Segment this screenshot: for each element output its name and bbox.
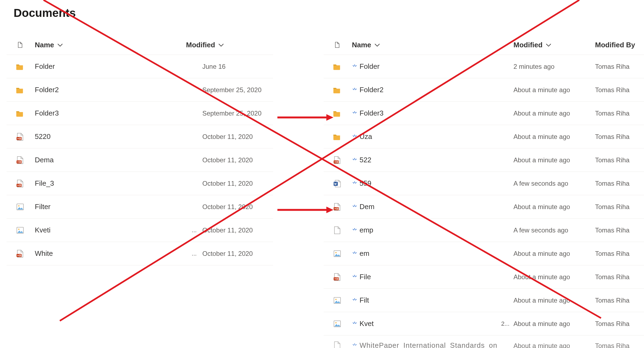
file-name: Filt bbox=[360, 296, 369, 304]
cell-name[interactable]: Filt bbox=[351, 296, 497, 304]
cell-modified: 2 minutes ago bbox=[513, 63, 595, 70]
pdf-icon bbox=[324, 273, 351, 281]
table-row[interactable]: Kvet2...About a minute agoTomas Riha bbox=[324, 312, 644, 335]
file-name: WhitePaper_International_Standards_on bbox=[360, 341, 497, 348]
cell-name[interactable]: WhitePaper_International_Standards_on bbox=[351, 341, 497, 348]
cell-modified: October 11, 2020 bbox=[202, 250, 273, 257]
table-row[interactable]: FileAbout a minute agoTomas Riha bbox=[324, 265, 644, 289]
table-row[interactable]: Folder3About a minute agoTomas Riha bbox=[324, 102, 644, 125]
table-row[interactable]: DemAbout a minute agoTomas Riha bbox=[324, 195, 644, 219]
cell-modified: October 11, 2020 bbox=[202, 133, 273, 141]
image-icon bbox=[324, 296, 351, 305]
cell-name[interactable]: White bbox=[34, 249, 186, 258]
column-header-type[interactable] bbox=[7, 41, 34, 49]
table-row[interactable]: 5220October 11, 2020 bbox=[7, 125, 273, 148]
cell-modified: October 11, 2020 bbox=[202, 226, 273, 234]
table-row[interactable]: FilterOctober 11, 2020 bbox=[7, 195, 273, 219]
cell-name[interactable]: Folder3 bbox=[34, 109, 186, 117]
table-row[interactable]: Folder2 minutes agoTomas Riha bbox=[324, 55, 644, 78]
column-label: Name bbox=[35, 41, 54, 49]
cell-name[interactable]: File bbox=[351, 273, 497, 281]
cell-modified: About a minute ago bbox=[513, 342, 595, 348]
file-name: White bbox=[35, 249, 53, 258]
cell-name[interactable]: 5220 bbox=[34, 132, 186, 141]
cell-name[interactable]: Filter bbox=[34, 203, 186, 211]
cell-name[interactable]: Folder bbox=[34, 62, 186, 71]
overflow-indicator[interactable]: ... bbox=[186, 227, 202, 234]
file-name: Kveti bbox=[35, 226, 51, 234]
file-type-icon bbox=[16, 41, 24, 49]
overflow-indicator[interactable]: 2... bbox=[497, 320, 513, 327]
table-row[interactable]: DemaOctober 11, 2020 bbox=[7, 148, 273, 172]
cell-name[interactable]: Kvet bbox=[351, 319, 497, 328]
file-name: Dem bbox=[360, 203, 374, 211]
table-row[interactable]: WhitePaper_International_Standards_onAbo… bbox=[324, 335, 644, 348]
cell-modified: About a minute ago bbox=[513, 86, 595, 94]
column-header-type[interactable] bbox=[324, 41, 351, 49]
cell-name[interactable]: 559 bbox=[351, 179, 497, 188]
file-name: File bbox=[360, 273, 371, 281]
image-icon bbox=[7, 203, 34, 211]
table-row[interactable]: Kveti...October 11, 2020 bbox=[7, 219, 273, 242]
cell-name[interactable]: File_3 bbox=[34, 179, 186, 188]
column-label: Modified bbox=[513, 41, 543, 49]
cell-modified-by: Tomas Riha bbox=[595, 156, 644, 164]
cell-modified: About a minute ago bbox=[513, 297, 595, 304]
cell-modified: October 11, 2020 bbox=[202, 203, 273, 211]
loading-icon bbox=[352, 181, 357, 186]
column-header-modified-by[interactable]: Modified By bbox=[595, 41, 644, 49]
table-row[interactable]: Folder2September 25, 2020 bbox=[7, 78, 273, 102]
file-name: 5220 bbox=[35, 132, 51, 141]
table-row[interactable]: 559A few seconds agoTomas Riha bbox=[324, 172, 644, 195]
cell-name[interactable]: em bbox=[351, 249, 497, 258]
folder-icon bbox=[324, 62, 351, 71]
folder-icon bbox=[324, 86, 351, 94]
cell-name[interactable]: Folder2 bbox=[351, 86, 497, 94]
table-row[interactable]: UzaAbout a minute agoTomas Riha bbox=[324, 125, 644, 148]
table-row[interactable]: File_3October 11, 2020 bbox=[7, 172, 273, 195]
file-name: Kvet bbox=[360, 319, 374, 328]
cell-modified: About a minute ago bbox=[513, 320, 595, 328]
cell-name[interactable]: Uza bbox=[351, 132, 497, 141]
column-header-modified[interactable]: Modified bbox=[513, 41, 595, 49]
cell-modified: About a minute ago bbox=[513, 250, 595, 257]
column-header-name[interactable]: Name bbox=[351, 41, 513, 49]
word-icon bbox=[324, 179, 351, 188]
file-name: 522 bbox=[360, 156, 371, 164]
cell-name[interactable]: Folder2 bbox=[34, 86, 186, 94]
column-header-name[interactable]: Name bbox=[34, 41, 186, 49]
cell-modified: A few seconds ago bbox=[513, 226, 595, 234]
cell-name[interactable]: Kveti bbox=[34, 226, 186, 234]
cell-modified: About a minute ago bbox=[513, 156, 595, 164]
loading-icon bbox=[352, 111, 357, 116]
table-row[interactable]: FolderJune 16 bbox=[7, 55, 273, 78]
loading-icon bbox=[352, 158, 357, 163]
table-row[interactable]: 522About a minute agoTomas Riha bbox=[324, 148, 644, 172]
table-row[interactable]: FiltAbout a minute agoTomas Riha bbox=[324, 289, 644, 312]
loading-icon bbox=[352, 134, 357, 139]
column-header-modified[interactable]: Modified bbox=[186, 41, 273, 49]
cell-name[interactable]: 522 bbox=[351, 156, 497, 164]
cell-name[interactable]: Folder3 bbox=[351, 109, 497, 117]
cell-name[interactable]: Dema bbox=[34, 156, 186, 164]
table-row[interactable]: empA few seconds agoTomas Riha bbox=[324, 219, 644, 242]
cell-modified: September 25, 2020 bbox=[202, 110, 273, 117]
folder-icon bbox=[7, 109, 34, 118]
cell-modified-by: Tomas Riha bbox=[595, 110, 644, 117]
table-row[interactable]: White...October 11, 2020 bbox=[7, 242, 273, 265]
cell-name[interactable]: Dem bbox=[351, 203, 497, 211]
table-row[interactable]: Folder3September 25, 2020 bbox=[7, 102, 273, 125]
folder-icon bbox=[7, 62, 34, 71]
overflow-indicator[interactable]: ... bbox=[186, 250, 202, 257]
table-header: Name Modified Modified By bbox=[324, 35, 644, 55]
folder-icon bbox=[324, 132, 351, 141]
cell-name[interactable]: Folder bbox=[351, 62, 497, 71]
table-row[interactable]: emAbout a minute agoTomas Riha bbox=[324, 242, 644, 265]
loading-icon bbox=[352, 204, 357, 209]
cell-modified-by: Tomas Riha bbox=[595, 133, 644, 141]
cell-name[interactable]: emp bbox=[351, 226, 497, 234]
folder-icon bbox=[7, 86, 34, 94]
file-name: em bbox=[360, 249, 369, 258]
file-name: Dema bbox=[35, 156, 54, 164]
table-row[interactable]: Folder2About a minute agoTomas Riha bbox=[324, 78, 644, 102]
